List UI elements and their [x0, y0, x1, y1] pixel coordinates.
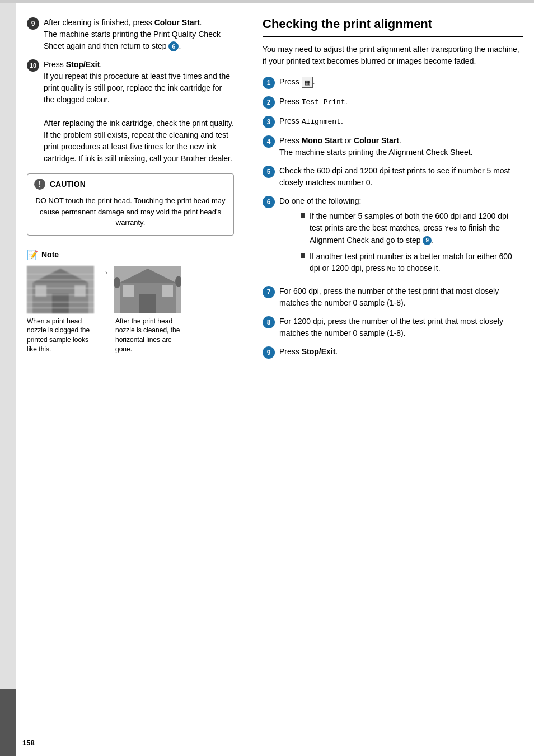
svg-rect-16: [123, 285, 134, 297]
right-step-3-text: Press Alignment.: [279, 115, 523, 128]
step-10-text: Press Stop/Exit. If you repeat this proc…: [44, 59, 234, 165]
note-label: Note: [41, 250, 59, 259]
right-step-5: 5 Check the 600 dpi and 1200 dpi test pr…: [263, 165, 523, 189]
caution-header: ! CAUTION: [34, 179, 227, 190]
bullet-text-2: If another test print number is a better…: [310, 251, 523, 275]
right-step-5-text: Check the 600 dpi and 1200 dpi test prin…: [279, 165, 523, 189]
right-step-7-text: For 600 dpi, press the number of the tes…: [279, 285, 523, 309]
right-step-number-2: 2: [263, 96, 275, 109]
step-9: 9 After cleaning is finished, press Colo…: [27, 17, 234, 52]
note-caption-after: After the print head nozzle is cleaned, …: [115, 317, 182, 354]
right-step-number-9: 9: [263, 346, 275, 359]
menu-icon: ▦: [302, 77, 313, 88]
column-divider: [251, 17, 251, 739]
bullet-text-1: If the number 5 samples of both the 600 …: [310, 210, 523, 246]
top-line: [0, 0, 534, 3]
no-code: No: [387, 265, 396, 273]
bottom-sidebar-dark: [0, 689, 16, 756]
caution-title: CAUTION: [50, 180, 86, 189]
step-number-9: 9: [27, 17, 39, 30]
right-step-1: 1 Press ▦.: [263, 76, 523, 89]
right-step-number-4: 4: [263, 135, 275, 148]
bullet-square-2: [301, 253, 305, 258]
left-column: 9 After cleaning is finished, press Colo…: [27, 17, 245, 739]
page-number: 158: [22, 739, 35, 747]
note-caption-before: When a print head nozzle is clogged the …: [27, 317, 94, 354]
step-6-bullets: If the number 5 samples of both the 600 …: [296, 210, 523, 274]
step3-code: Alignment: [302, 118, 341, 126]
right-step-8-text: For 1200 dpi, press the number of the te…: [279, 316, 523, 339]
bullet-item-1: If the number 5 samples of both the 600 …: [301, 210, 523, 246]
section-intro: You may need to adjust the print alignme…: [263, 44, 523, 67]
note-header: 📝 Note: [27, 250, 234, 260]
right-step-1-text: Press ▦.: [279, 76, 523, 88]
note-captions-row: When a print head nozzle is clogged the …: [27, 317, 234, 354]
house-image-clean: [114, 266, 181, 313]
step-9-text: After cleaning is finished, press Colour…: [44, 17, 234, 52]
right-step-number-8: 8: [263, 316, 275, 328]
caution-box: ! CAUTION DO NOT touch the print head. T…: [27, 173, 234, 236]
step2-code: Test Print: [302, 98, 345, 106]
step-number-10: 10: [27, 59, 39, 72]
bullet-square-1: [301, 213, 305, 218]
section-title: Checking the print alignment: [263, 17, 523, 37]
right-column: Checking the print alignment You may nee…: [257, 17, 523, 739]
right-step-9-text: Press Stop/Exit.: [279, 346, 523, 358]
note-image-before: [27, 266, 94, 313]
caution-icon: !: [34, 179, 45, 190]
note-icon: 📝: [27, 250, 38, 260]
right-step-number-6: 6: [263, 196, 275, 208]
caution-text: DO NOT touch the print head. Touching th…: [34, 193, 227, 231]
right-step-9: 9 Press Stop/Exit.: [263, 346, 523, 359]
right-step-number-3: 3: [263, 116, 275, 128]
right-step-number-7: 7: [263, 286, 275, 298]
right-step-number-5: 5: [263, 166, 275, 178]
step-ref-9a: 9: [423, 236, 432, 245]
svg-rect-15: [139, 294, 156, 313]
right-step-6: 6 Do one of the following: If the number…: [263, 195, 523, 279]
left-sidebar: [0, 0, 16, 756]
step-10: 10 Press Stop/Exit. If you repeat this p…: [27, 59, 234, 165]
right-step-7: 7 For 600 dpi, press the number of the t…: [263, 285, 523, 309]
right-step-6-text: Do one of the following: If the number 5…: [279, 195, 523, 279]
right-step-8: 8 For 1200 dpi, press the number of the …: [263, 316, 523, 339]
right-step-2-text: Press Test Print.: [279, 96, 523, 108]
arrow-symbol: →: [99, 266, 110, 279]
right-step-number-1: 1: [263, 77, 275, 89]
svg-rect-3: [52, 294, 69, 313]
yes-code: Yes: [444, 224, 457, 233]
note-images-row: →: [27, 266, 234, 313]
right-step-3: 3 Press Alignment.: [263, 115, 523, 128]
right-step-4-text: Press Mono Start or Colour Start. The ma…: [279, 135, 523, 158]
bullet-item-2: If another test print number is a better…: [301, 251, 523, 275]
house-image-clogged: [27, 266, 94, 313]
right-step-2: 2 Press Test Print.: [263, 96, 523, 109]
right-step-4: 4 Press Mono Start or Colour Start. The …: [263, 135, 523, 158]
note-section: 📝 Note: [27, 245, 234, 354]
step-ref-6: 6: [168, 41, 179, 51]
note-image-after: [114, 266, 181, 313]
svg-rect-17: [162, 285, 173, 297]
